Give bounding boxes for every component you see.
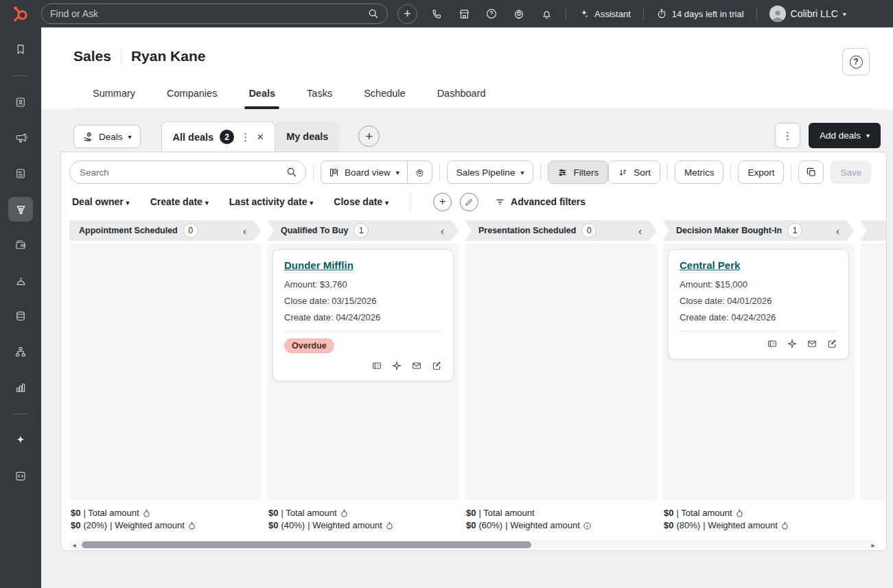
- tab-schedule[interactable]: Schedule: [364, 88, 405, 99]
- account-menu[interactable]: Colibri LLC ▾: [763, 5, 853, 22]
- settings-button[interactable]: [505, 0, 533, 27]
- views-row: Deals ▾ All deals 2 ⋮ × My deals +: [60, 121, 887, 152]
- sidebar-item-service[interactable]: [8, 268, 33, 293]
- ai-sparkle-icon[interactable]: [787, 338, 798, 349]
- board-view-dropdown[interactable]: Board view ▾: [321, 161, 407, 183]
- add-deals-button[interactable]: Add deals ▾: [809, 123, 881, 148]
- tab-deals[interactable]: Deals: [248, 88, 275, 99]
- help-button[interactable]: [478, 0, 505, 27]
- copy-icon: [806, 167, 817, 178]
- filter-last-activity-date[interactable]: Last activity date ▾: [229, 196, 314, 207]
- collapse-column-icon[interactable]: ‹: [441, 226, 444, 236]
- save-view-button[interactable]: Save: [831, 161, 871, 184]
- tab-summary[interactable]: Summary: [93, 88, 135, 99]
- sidebar-item-crm[interactable]: [8, 90, 33, 115]
- trial-status[interactable]: 14 days left in trial: [649, 8, 751, 19]
- kebab-icon: ⋮: [782, 130, 793, 142]
- view-tab-all-deals[interactable]: All deals 2 ⋮ ×: [161, 121, 276, 152]
- object-switcher-button[interactable]: Deals ▾: [73, 125, 141, 148]
- sidebar-item-sales[interactable]: [8, 197, 33, 222]
- deal-record-icon[interactable]: [767, 338, 778, 349]
- weighted-amount-line: $0 (60%) | Weighted amount: [466, 519, 656, 532]
- filters-button[interactable]: Filters: [548, 161, 608, 184]
- metrics-button[interactable]: Metrics: [675, 161, 724, 184]
- board-settings-button[interactable]: [407, 161, 432, 183]
- tab-dashboard[interactable]: Dashboard: [437, 88, 486, 99]
- sidebar-item-content[interactable]: [8, 161, 33, 186]
- notifications-button[interactable]: [533, 0, 560, 27]
- add-quick-filter-button[interactable]: +: [433, 193, 452, 211]
- close-icon[interactable]: ×: [257, 130, 264, 144]
- sidebar-item-developer[interactable]: [8, 464, 33, 489]
- note-edit-icon[interactable]: [826, 338, 837, 349]
- global-search-input[interactable]: Find or Ask: [41, 3, 388, 24]
- column-drop-area[interactable]: [69, 244, 262, 500]
- board-horizontal-scrollbar[interactable]: ◂ ▸: [69, 540, 878, 550]
- column-appointment-scheduled: Appointment Scheduled 0 ‹ $0 | Total amo…: [69, 220, 262, 532]
- column-count-badge: 0: [581, 223, 596, 238]
- scroll-right-icon[interactable]: ▸: [868, 541, 878, 549]
- tab-companies[interactable]: Companies: [167, 88, 217, 99]
- total-amount-label: | Total amount: [478, 507, 534, 519]
- collapse-column-icon[interactable]: ‹: [243, 226, 246, 236]
- calls-button[interactable]: [423, 0, 450, 27]
- column-drop-area[interactable]: [465, 244, 657, 500]
- sidebar-item-automations[interactable]: [8, 340, 33, 364]
- filter-deal-owner[interactable]: Deal owner ▾: [72, 196, 130, 207]
- workspace-help-button[interactable]: ?: [842, 48, 870, 75]
- edit-quick-filters-button[interactable]: [460, 193, 478, 211]
- view-options-icon[interactable]: ⋮: [240, 131, 251, 143]
- clone-view-button[interactable]: [798, 161, 824, 184]
- sidebar-item-bookmarks[interactable]: [8, 37, 33, 62]
- scrollbar-track[interactable]: [79, 540, 868, 550]
- add-view-button[interactable]: +: [358, 126, 380, 147]
- export-button[interactable]: Export: [738, 161, 784, 184]
- sort-button[interactable]: Sort: [608, 161, 660, 184]
- collapse-column-icon[interactable]: ‹: [638, 226, 642, 236]
- deal-card-dunder-mifflin[interactable]: Dunder Mifflin Amount: $3,760 Close date…: [272, 249, 454, 381]
- deal-card-central-perk[interactable]: Central Perk Amount: $15,000 Close date:…: [668, 249, 849, 360]
- object-switcher-label: Deals: [99, 132, 123, 142]
- ai-sparkle-icon[interactable]: [391, 360, 402, 371]
- sidebar-item-ai[interactable]: [8, 428, 33, 453]
- marketplace-button[interactable]: [450, 0, 478, 27]
- filter-close-date[interactable]: Close date ▾: [334, 196, 388, 207]
- column-count-badge: 1: [353, 223, 369, 238]
- collapse-column-icon[interactable]: ‹: [836, 226, 839, 236]
- assistant-button[interactable]: Assistant: [572, 8, 638, 19]
- filter-create-date[interactable]: Create date ▾: [150, 196, 209, 207]
- tab-tasks[interactable]: Tasks: [307, 88, 332, 99]
- pipeline-dropdown[interactable]: Sales Pipeline ▾: [447, 161, 534, 184]
- board-toolbar: Board view ▾ Sales Pipeline ▾: [61, 152, 886, 190]
- deal-name-link[interactable]: Central Perk: [680, 259, 740, 271]
- board-search-input[interactable]: [69, 161, 306, 184]
- sidebar-item-data[interactable]: [8, 304, 33, 329]
- scrollbar-thumb[interactable]: [82, 541, 531, 548]
- plus-icon: +: [404, 7, 411, 21]
- column-drop-area[interactable]: Dunder Mifflin Amount: $3,760 Close date…: [267, 244, 459, 500]
- note-edit-icon[interactable]: [431, 360, 442, 371]
- quick-filters-divider: [410, 192, 411, 211]
- column-header: Appointment Scheduled 0 ‹: [69, 220, 262, 241]
- column-drop-area[interactable]: Central Perk Amount: $15,000 Close date:…: [662, 244, 855, 500]
- global-create-button[interactable]: +: [397, 4, 417, 24]
- chevron-down-icon: ▾: [385, 199, 388, 207]
- column-drop-area[interactable]: [860, 244, 886, 500]
- deal-record-icon[interactable]: [371, 360, 382, 371]
- scroll-left-icon[interactable]: ◂: [69, 541, 79, 549]
- hubspot-logo[interactable]: [0, 5, 41, 23]
- stopwatch-icon: [385, 521, 394, 530]
- advanced-filters-label: Advanced filters: [511, 196, 585, 207]
- total-amount-line: $0 | Total amount: [664, 507, 853, 519]
- sidebar-item-reporting[interactable]: [8, 375, 33, 400]
- email-icon[interactable]: [807, 338, 817, 349]
- more-options-button[interactable]: ⋮: [775, 123, 800, 148]
- advanced-filters-button[interactable]: Advanced filters: [495, 196, 585, 207]
- view-tab-my-deals[interactable]: My deals: [275, 121, 339, 152]
- email-icon[interactable]: [411, 360, 422, 371]
- sidebar-item-commerce[interactable]: [8, 233, 33, 257]
- card-actions: [680, 338, 837, 352]
- weighted-percent: (60%): [478, 519, 502, 532]
- sidebar-item-marketing[interactable]: [8, 126, 33, 150]
- deal-name-link[interactable]: Dunder Mifflin: [284, 259, 353, 271]
